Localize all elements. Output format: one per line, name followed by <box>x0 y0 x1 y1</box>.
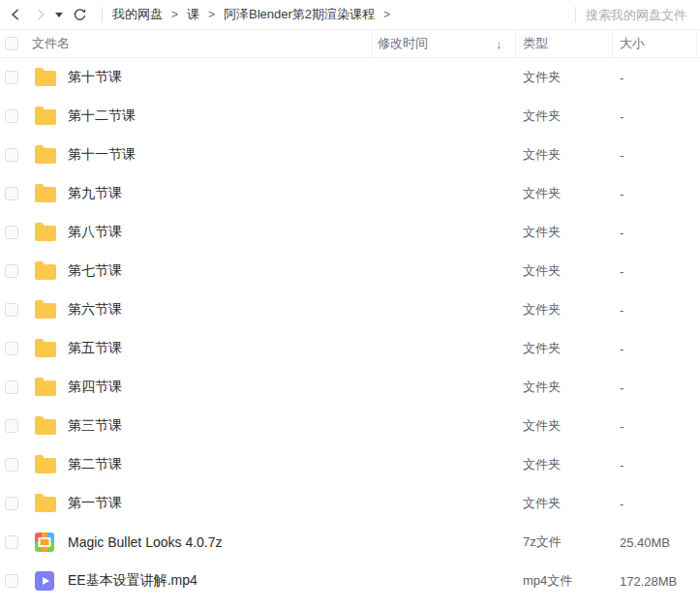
folder-icon <box>35 381 56 396</box>
file-type: 文件夹 <box>523 379 561 396</box>
video-icon <box>35 571 54 591</box>
table-row[interactable]: 第三节课 文件夹 - <box>0 407 700 445</box>
column-header-size[interactable]: 大小 <box>620 35 645 52</box>
file-size: - <box>620 148 624 163</box>
refresh-icon <box>73 8 87 22</box>
file-name[interactable]: 第三节课 <box>68 417 122 435</box>
back-button[interactable] <box>3 2 28 27</box>
row-checkbox[interactable] <box>5 109 18 123</box>
search-divider <box>575 7 576 22</box>
table-row[interactable]: 第九节课 文件夹 - <box>0 174 700 213</box>
column-divider <box>696 30 697 57</box>
folder-icon <box>35 71 56 86</box>
folder-icon <box>35 342 56 357</box>
column-divider <box>515 30 516 57</box>
forward-button[interactable] <box>28 2 53 27</box>
file-name[interactable]: Magic Bullet Looks 4.0.7z <box>68 534 223 550</box>
file-name[interactable]: 第四节课 <box>68 379 122 396</box>
file-size: - <box>620 187 624 201</box>
table-row[interactable]: 第七节课 文件夹 - <box>0 252 700 290</box>
column-header-name[interactable]: 文件名 <box>32 35 70 52</box>
folder-icon <box>35 303 56 319</box>
file-name[interactable]: 第十一节课 <box>68 146 136 164</box>
search-input[interactable] <box>586 8 694 22</box>
file-name[interactable]: 第十二节课 <box>68 107 136 125</box>
column-header-modified[interactable]: 修改时间 <box>378 35 428 52</box>
column-divider <box>612 30 613 57</box>
table-row[interactable]: 第十一节课 文件夹 - <box>0 136 700 174</box>
table-row[interactable]: 第五节课 文件夹 - <box>0 329 700 368</box>
table-row[interactable]: 第十二节课 文件夹 - <box>0 97 700 136</box>
row-checkbox[interactable] <box>5 187 18 200</box>
search-box <box>586 8 700 22</box>
file-size: 25.40MB <box>620 535 670 550</box>
breadcrumb-item[interactable]: 我的网盘 <box>112 6 163 23</box>
table-row[interactable]: 第六节课 文件夹 - <box>0 290 700 329</box>
file-size: - <box>620 458 624 472</box>
row-checkbox[interactable] <box>5 535 18 549</box>
file-name[interactable]: 第九节课 <box>68 185 122 202</box>
row-checkbox[interactable] <box>5 148 18 162</box>
table-row[interactable]: 第八节课 文件夹 - <box>0 213 700 252</box>
chevron-left-icon <box>9 8 22 21</box>
row-checkbox[interactable] <box>5 264 18 278</box>
select-all-checkbox[interactable] <box>5 37 18 50</box>
row-checkbox[interactable] <box>5 342 18 355</box>
row-checkbox[interactable] <box>5 458 18 472</box>
file-type: mp4文件 <box>523 572 572 590</box>
file-size: - <box>620 342 624 356</box>
table-row[interactable]: EE基本设置讲解.mp4 mp4文件 172.28MB <box>0 562 700 600</box>
table-header: 文件名 修改时间 ↓ 类型 大小 <box>0 29 700 58</box>
table-row[interactable]: 第十节课 文件夹 - <box>0 58 700 97</box>
breadcrumb: 我的网盘>课>阿泽Blender第2期渲染课程> <box>112 6 399 23</box>
file-type: 文件夹 <box>523 456 561 473</box>
file-size: 172.28MB <box>620 574 677 589</box>
toolbar-divider <box>102 7 103 22</box>
row-checkbox[interactable] <box>5 574 18 588</box>
file-size: - <box>620 226 624 240</box>
row-checkbox[interactable] <box>5 419 18 433</box>
sort-descending-icon[interactable]: ↓ <box>496 37 502 51</box>
refresh-button[interactable] <box>67 2 92 27</box>
row-checkbox[interactable] <box>5 381 18 394</box>
breadcrumb-item[interactable]: 阿泽Blender第2期渲染课程 <box>224 6 375 23</box>
toolbar: 我的网盘>课>阿泽Blender第2期渲染课程> <box>0 0 700 29</box>
file-name[interactable]: 第二节课 <box>68 456 122 473</box>
file-name[interactable]: 第八节课 <box>68 224 122 241</box>
file-type: 文件夹 <box>523 340 561 357</box>
folder-icon <box>35 497 56 512</box>
breadcrumb-separator: > <box>208 8 215 21</box>
file-size: - <box>620 71 624 85</box>
row-checkbox[interactable] <box>5 303 18 317</box>
file-list: 第十节课 文件夹 - 第十二节课 文件夹 - 第十一节课 文件夹 - 第九节课 … <box>0 58 700 600</box>
file-type: 文件夹 <box>523 107 561 125</box>
breadcrumb-item[interactable]: 课 <box>187 6 199 23</box>
folder-icon <box>35 264 56 280</box>
file-name[interactable]: 第一节课 <box>68 495 122 512</box>
folder-icon <box>35 226 56 241</box>
row-checkbox[interactable] <box>5 497 18 510</box>
table-row[interactable]: Magic Bullet Looks 4.0.7z 7z文件 25.40MB <box>0 523 700 562</box>
table-row[interactable]: 第四节课 文件夹 - <box>0 368 700 407</box>
table-row[interactable]: 第二节课 文件夹 - <box>0 445 700 484</box>
column-header-type[interactable]: 类型 <box>523 35 548 52</box>
file-name[interactable]: 第十节课 <box>68 69 122 86</box>
archive-icon <box>35 533 54 552</box>
file-name[interactable]: 第五节课 <box>68 340 122 357</box>
folder-icon <box>35 419 56 435</box>
file-size: - <box>620 303 624 318</box>
row-checkbox[interactable] <box>5 71 18 84</box>
row-checkbox[interactable] <box>5 226 18 239</box>
folder-icon <box>35 458 56 473</box>
file-name[interactable]: 第七节课 <box>68 262 122 280</box>
file-type: 文件夹 <box>523 495 561 512</box>
chevron-right-icon <box>34 8 47 21</box>
folder-icon <box>35 109 56 125</box>
table-row[interactable]: 第一节课 文件夹 - <box>0 484 700 523</box>
file-size: - <box>620 381 624 395</box>
history-dropdown-caret-icon[interactable] <box>55 13 63 17</box>
folder-icon <box>35 187 56 202</box>
file-name[interactable]: 第六节课 <box>68 301 122 319</box>
file-name[interactable]: EE基本设置讲解.mp4 <box>68 572 198 590</box>
file-size: - <box>620 109 624 124</box>
